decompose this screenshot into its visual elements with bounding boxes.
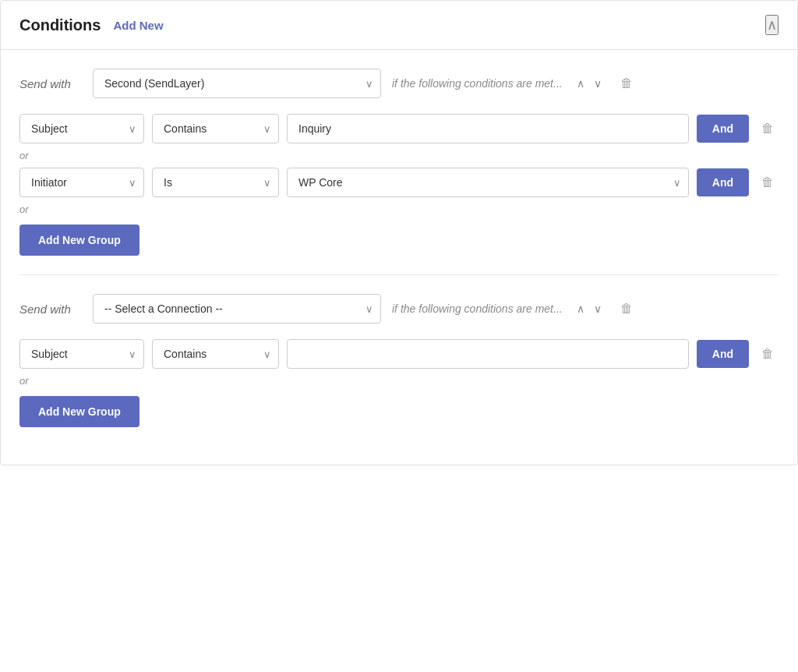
send-with-label-1: Send with <box>19 77 82 90</box>
operator-select-wrapper-1-1: Contains Is Is Not Does Not Contain ∨ <box>152 114 279 143</box>
value-select-1-2[interactable]: WP Core Plugin Theme User <box>287 168 689 197</box>
delete-block-button-2[interactable]: 🗑 <box>616 300 637 317</box>
delete-row-button-1-1[interactable]: 🗑 <box>757 120 779 137</box>
add-group-button-2[interactable]: Add New Group <box>19 396 139 427</box>
if-label-2: if the following conditions are met... <box>392 302 563 315</box>
condition-block-2: Send with -- Select a Connection -- Seco… <box>19 275 779 446</box>
send-with-row-2: Send with -- Select a Connection -- Seco… <box>19 294 779 324</box>
field-select-wrapper-1-2: Initiator Subject Body To From ∨ <box>19 168 144 197</box>
trash-icon-row-1-1: 🗑 <box>761 122 774 135</box>
panel-body: Send with Second (SendLayer) First (Send… <box>1 50 797 465</box>
condition-row-2-1: Subject Initiator Body To From ∨ Contain… <box>19 339 779 369</box>
field-select-2-1[interactable]: Subject Initiator Body To From <box>19 339 144 369</box>
send-with-label-2: Send with <box>19 302 82 316</box>
move-down-button-2[interactable]: ∨ <box>591 301 605 317</box>
or-label-1-1: or <box>19 150 779 161</box>
trash-icon-block-1: 🗑 <box>620 76 633 90</box>
field-select-wrapper-2-1: Subject Initiator Body To From ∨ <box>19 339 144 369</box>
connection-select-2[interactable]: -- Select a Connection -- Second (SendLa… <box>93 294 381 324</box>
delete-block-button-1[interactable]: 🗑 <box>616 75 637 92</box>
panel-title: Conditions <box>19 16 101 34</box>
value-select-wrapper-1-2: WP Core Plugin Theme User ∨ <box>287 168 689 197</box>
condition-row-1-1: Subject Initiator Body To From ∨ Contain… <box>19 114 779 143</box>
delete-row-button-1-2[interactable]: 🗑 <box>757 174 779 191</box>
move-up-button-2[interactable]: ∧ <box>574 301 588 317</box>
operator-select-1-2[interactable]: Is Contains Is Not Does Not Contain <box>152 168 279 197</box>
and-button-1-1[interactable]: And <box>697 115 749 143</box>
operator-select-wrapper-2-1: Contains Is Is Not Does Not Contain ∨ <box>152 339 279 369</box>
connection-select-wrapper-2: -- Select a Connection -- Second (SendLa… <box>93 294 381 324</box>
move-buttons-1: ∧ ∨ <box>574 76 605 91</box>
operator-select-1-1[interactable]: Contains Is Is Not Does Not Contain <box>152 114 279 143</box>
trash-icon-row-1-2: 🗑 <box>761 175 774 189</box>
move-down-button-1[interactable]: ∨ <box>591 76 605 91</box>
condition-row-1-2: Initiator Subject Body To From ∨ Is Cont… <box>19 168 779 197</box>
move-buttons-2: ∧ ∨ <box>574 301 605 317</box>
add-new-link[interactable]: Add New <box>113 19 163 32</box>
field-select-1-2[interactable]: Initiator Subject Body To From <box>19 168 144 197</box>
panel-header: Conditions Add New ∧ <box>1 1 797 50</box>
send-with-row-1: Send with Second (SendLayer) First (Send… <box>19 69 779 98</box>
operator-select-wrapper-1-2: Is Contains Is Not Does Not Contain ∨ <box>152 168 279 197</box>
header-left: Conditions Add New <box>19 16 164 34</box>
add-group-button-1[interactable]: Add New Group <box>19 225 139 256</box>
if-label-1: if the following conditions are met... <box>392 77 563 90</box>
condition-block-1: Send with Second (SendLayer) First (Send… <box>19 50 779 275</box>
field-select-wrapper-1-1: Subject Initiator Body To From ∨ <box>19 114 144 143</box>
value-input-2-1[interactable] <box>287 339 689 369</box>
connection-select-1[interactable]: Second (SendLayer) First (SendLayer) <box>93 69 381 98</box>
and-button-2-1[interactable]: And <box>697 340 749 368</box>
collapse-button[interactable]: ∧ <box>765 15 779 35</box>
trash-icon-block-2: 🗑 <box>620 302 633 315</box>
value-input-1-1[interactable] <box>287 114 689 143</box>
move-up-button-1[interactable]: ∧ <box>574 76 588 91</box>
and-button-1-2[interactable]: And <box>697 168 749 196</box>
trash-icon-row-2-1: 🗑 <box>761 347 774 360</box>
conditions-area-2: Subject Initiator Body To From ∨ Contain… <box>19 339 779 427</box>
conditions-area-1: Subject Initiator Body To From ∨ Contain… <box>19 114 779 256</box>
connection-select-wrapper-1: Second (SendLayer) First (SendLayer) ∨ <box>93 69 381 98</box>
or-label-1-2: or <box>19 203 779 215</box>
operator-select-2-1[interactable]: Contains Is Is Not Does Not Contain <box>152 339 279 369</box>
conditions-panel: Conditions Add New ∧ Send with Second (S… <box>0 0 798 465</box>
or-label-2-1: or <box>19 375 779 387</box>
field-select-1-1[interactable]: Subject Initiator Body To From <box>19 114 144 143</box>
delete-row-button-2-1[interactable]: 🗑 <box>757 345 779 363</box>
